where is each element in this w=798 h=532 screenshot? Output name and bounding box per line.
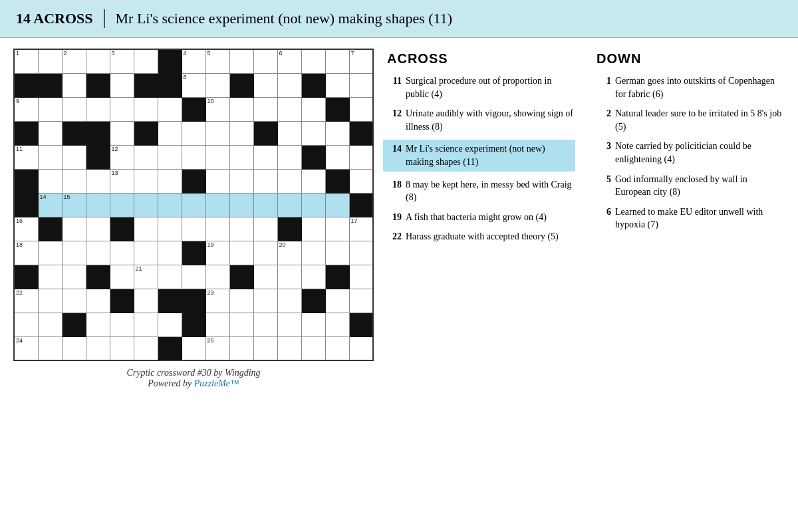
across-clue-11[interactable]: 11Surgical procedure out of proportion i… <box>387 74 575 100</box>
cell-r3c8 <box>182 97 205 121</box>
cell-r5c1[interactable]: 11 <box>14 145 38 169</box>
cell-r5c5[interactable]: 12 <box>110 145 134 169</box>
clue-number: 1 <box>597 74 611 100</box>
cell-r12c4 <box>86 313 110 336</box>
cell-r7c14[interactable] <box>325 193 349 217</box>
cell-r1c1[interactable]: 1 <box>14 49 38 73</box>
cell-r6c15 <box>349 169 373 193</box>
cell-r11c12 <box>277 289 301 313</box>
cell-r13c7 <box>158 336 182 360</box>
cell-r13c9[interactable]: 25 <box>205 336 229 360</box>
cell-r10c6[interactable]: 21 <box>134 265 158 289</box>
cell-r1c8[interactable]: 4 <box>182 49 205 73</box>
cell-r1c9[interactable]: 5 <box>205 49 229 73</box>
cell-r2c11 <box>253 73 277 97</box>
across-clue-22[interactable]: 22Harass graduate with accepted theory (… <box>387 230 575 243</box>
down-clue-6[interactable]: 6Learned to make EU editor unwell with h… <box>597 205 785 231</box>
cell-r7c5[interactable] <box>110 193 134 217</box>
cell-r7c11[interactable] <box>253 193 277 217</box>
cell-r9c1[interactable]: 18 <box>14 241 38 265</box>
cell-r6c5[interactable]: 13 <box>110 169 134 193</box>
cell-r7c7[interactable] <box>158 193 182 217</box>
cell-r11c1[interactable]: 22 <box>14 289 38 313</box>
cell-r13c6 <box>134 336 158 360</box>
cell-r7c4[interactable] <box>86 193 110 217</box>
cell-r2c10 <box>229 73 253 97</box>
cell-r10c2 <box>38 265 62 289</box>
cell-r8c15[interactable]: 17 <box>349 217 373 241</box>
clue-text: Harass graduate with accepted theory (5) <box>406 230 575 243</box>
cell-r12c14 <box>325 313 349 336</box>
cell-r1c15[interactable]: 7 <box>349 49 373 73</box>
cell-r5c10 <box>229 145 253 169</box>
clue-text: Note carried by policitician could be en… <box>615 140 785 166</box>
puzzleme-link[interactable]: PuzzleMe™ <box>194 378 239 388</box>
cell-r11c8 <box>182 289 205 313</box>
cell-r6c13 <box>301 169 325 193</box>
cell-r11c6 <box>134 289 158 313</box>
cell-r9c12[interactable]: 20 <box>277 241 301 265</box>
cell-r12c13 <box>301 313 325 336</box>
cell-r9c7 <box>158 241 182 265</box>
cell-r10c9 <box>205 265 229 289</box>
cell-r5c7 <box>158 145 182 169</box>
across-clue-12[interactable]: 12Urinate audibly with vigour, showing s… <box>387 107 575 133</box>
cell-r8c5 <box>110 217 134 241</box>
cell-r5c15 <box>349 145 373 169</box>
cell-r6c6 <box>134 169 158 193</box>
cell-r2c8[interactable]: 8 <box>182 73 205 97</box>
cell-r1c5[interactable]: 3 <box>110 49 134 73</box>
cell-r9c11 <box>253 241 277 265</box>
clue-number: 5 <box>597 173 611 199</box>
cell-r2c3 <box>62 73 86 97</box>
crossword-grid[interactable]: 1 2 3 4 5 6 7 <box>13 49 374 361</box>
cell-r6c3 <box>62 169 86 193</box>
cell-r13c1[interactable]: 24 <box>14 336 38 360</box>
cell-r11c11 <box>253 289 277 313</box>
cell-r7c13[interactable] <box>301 193 325 217</box>
cell-r9c13 <box>301 241 325 265</box>
cell-r7c3[interactable]: 15 <box>62 193 86 217</box>
cell-r7c12[interactable] <box>277 193 301 217</box>
down-clue-5[interactable]: 5God informally enclosed by wall in Euro… <box>597 173 785 199</box>
cell-r3c3 <box>62 97 86 121</box>
across-clue-18[interactable]: 188 may be kept here, in messy bed with … <box>387 178 575 204</box>
across-clue-19[interactable]: 19A fish that bacteria might grow on (4) <box>387 211 575 224</box>
cell-r11c9[interactable]: 23 <box>205 289 229 313</box>
cell-r7c2[interactable]: 14 <box>38 193 62 217</box>
cell-r3c1[interactable]: 9 <box>14 97 38 121</box>
cell-r5c3 <box>62 145 86 169</box>
clue-number: 3 <box>597 140 611 166</box>
cell-r12c3 <box>62 313 86 336</box>
cell-r7c6[interactable] <box>134 193 158 217</box>
cell-r4c7 <box>158 121 182 145</box>
down-header: DOWN <box>597 51 785 66</box>
down-clue-2[interactable]: 2Natural leader sure to be irritated in … <box>597 107 785 133</box>
clues-section: ACROSS 11Surgical procedure out of propo… <box>387 49 785 514</box>
cell-r11c5 <box>110 289 134 313</box>
cell-r9c3 <box>62 241 86 265</box>
down-clue-3[interactable]: 3Note carried by policitician could be e… <box>597 140 785 166</box>
cell-r5c8 <box>182 145 205 169</box>
clue-text: 8 may be kept here, in messy bed with Cr… <box>406 178 575 204</box>
cell-r8c1[interactable]: 16 <box>14 217 38 241</box>
cell-r7c10[interactable] <box>229 193 253 217</box>
cell-r1c10 <box>229 49 253 73</box>
cell-r3c2 <box>38 97 62 121</box>
cell-r9c9[interactable]: 19 <box>205 241 229 265</box>
cell-r7c9[interactable] <box>205 193 229 217</box>
clue-number: 19 <box>387 211 402 224</box>
clue-text: A fish that bacteria might grow on (4) <box>406 211 575 224</box>
down-clue-1[interactable]: 1German goes into outskirts of Copenhage… <box>597 74 785 100</box>
cell-r7c8[interactable] <box>182 193 205 217</box>
cell-r2c1 <box>14 73 38 97</box>
crossword-caption: Cryptic crossword #30 by Wingding Powere… <box>126 368 260 389</box>
cell-r10c4 <box>86 265 110 289</box>
cell-r12c15 <box>349 313 373 336</box>
cell-r9c2 <box>38 241 62 265</box>
cell-r1c12[interactable]: 6 <box>277 49 301 73</box>
across-clue-14[interactable]: 14Mr Li's science experiment (not new) m… <box>383 140 575 171</box>
cell-r1c3[interactable]: 2 <box>62 49 86 73</box>
cell-r9c15 <box>349 241 373 265</box>
cell-r3c9[interactable]: 10 <box>205 97 229 121</box>
